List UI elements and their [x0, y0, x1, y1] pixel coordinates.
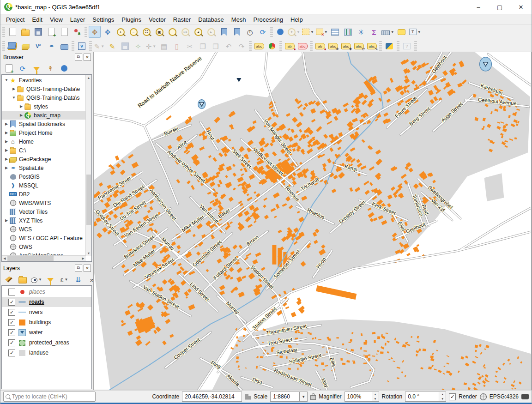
magnifier-spinner[interactable]: ▲▼ [372, 392, 379, 402]
add-group-button[interactable] [17, 273, 29, 285]
crs-globe-icon[interactable] [480, 393, 487, 400]
layer-row-water[interactable]: ✓water [2, 327, 91, 338]
add-feature-button[interactable]: ✧ [132, 40, 144, 52]
browser-item-spatial-bookmarks[interactable]: ▶Spatial Bookmarks [2, 120, 86, 128]
browser-item-home[interactable]: ▶⌂Home [2, 137, 86, 146]
browser-item-db2[interactable]: DB2DB2 [2, 190, 86, 199]
help-contents-button[interactable]: ? [401, 40, 413, 52]
highlight-pinned-labels-button[interactable]: ab● [284, 40, 296, 52]
select-features-dropdown-icon[interactable]: ▼ [310, 30, 314, 34]
minimize-button[interactable]: – [468, 0, 489, 14]
measure-button[interactable]: ▼ [381, 26, 395, 38]
rotation-input[interactable]: 0.0 ° [405, 392, 439, 402]
open-project-button[interactable] [19, 26, 31, 38]
browser-item-postgis[interactable]: PostGIS [2, 172, 86, 181]
show-unplaced-labels-button[interactable]: abc👁 [327, 40, 339, 52]
maximize-button[interactable]: ▢ [489, 0, 510, 14]
menu-vector[interactable]: Vector [145, 15, 169, 24]
new-print-layout-button[interactable] [45, 26, 57, 38]
locator-input[interactable]: Type to locate (Ctrl+K) [3, 392, 96, 402]
browser-item-project-home[interactable]: ▶Project Home [2, 128, 86, 137]
add-selected-layers-button[interactable] [3, 62, 15, 74]
modify-attributes-button[interactable]: ▤ [158, 40, 170, 52]
browser-item-favorites[interactable]: ▼★Favorites [2, 76, 86, 84]
menu-view[interactable]: View [46, 15, 66, 24]
style-manager-button[interactable] [71, 26, 83, 38]
browser-item-basic-map[interactable]: ▶Qbasic_map [2, 111, 86, 120]
cut-features-button[interactable]: ✂ [184, 40, 196, 52]
browser-item-qgis-training-data-e[interactable]: ▶QGIS-Training-Data\e [2, 84, 86, 93]
show-layout-manager-button[interactable] [58, 26, 70, 38]
browser-item-wfs-ogc-api-feature[interactable]: WFS / OGC API - Feature [2, 234, 86, 242]
browser-close-button[interactable]: ✕ [84, 54, 91, 61]
layer-checkbox-roads[interactable]: ✓ [8, 299, 15, 306]
manage-map-themes-dropdown-icon[interactable]: ▼ [38, 277, 42, 282]
open-layer-styling-button[interactable] [3, 273, 15, 285]
layer-row-rivers[interactable]: ✓rivers [2, 307, 91, 317]
expander-icon[interactable]: ▶ [4, 122, 9, 126]
scale-dropdown[interactable]: ▼ [300, 392, 308, 402]
browser-item-c-[interactable]: ▶C:\ [2, 146, 86, 155]
layer-checkbox-water[interactable]: ✓ [8, 329, 15, 336]
current-edits-button[interactable]: ✎▼ [93, 40, 105, 52]
browser-item-spatialite[interactable]: ▶✒SpatiaLite [2, 163, 86, 172]
measure-dropdown-icon[interactable]: ▼ [391, 30, 394, 34]
processing-toolbox-button[interactable]: ✳ [355, 26, 367, 38]
render-checkbox[interactable]: ✓ [449, 393, 456, 400]
layer-row-protected_areas[interactable]: ✓protected_areas [2, 338, 91, 348]
new-geopackage-layer-button[interactable] [19, 40, 31, 52]
expander-icon[interactable]: ▶ [18, 113, 24, 117]
pan-map-button[interactable]: ✥ [89, 26, 101, 38]
data-source-manager-button[interactable] [6, 40, 18, 52]
map-canvas[interactable]: Road to Marloth Nature ReserveGeelhoutKa… [93, 52, 532, 390]
filter-by-expression-button[interactable]: ε▼ [58, 273, 70, 285]
show-hide-labels-button[interactable]: ab● [314, 40, 326, 52]
browser-item-mssql[interactable]: ❱MSSQL [2, 181, 86, 190]
layer-labeling-button[interactable]: abc [253, 40, 265, 52]
expand-collapse-all-button[interactable]: ⇊ [72, 273, 84, 285]
menu-raster[interactable]: Raster [169, 15, 194, 24]
menu-help[interactable]: Help [287, 15, 307, 24]
zoom-full-button[interactable]: ⛶ [140, 26, 152, 38]
expander-icon[interactable]: ▼ [4, 78, 9, 82]
expander-icon[interactable]: ▶ [11, 87, 17, 91]
run-feature-action-button[interactable]: ✦▼ [287, 26, 301, 38]
magnifier-input[interactable]: 100% [345, 392, 372, 402]
deselect-features-dropdown-icon[interactable]: ▼ [324, 30, 328, 34]
scale-input[interactable]: 1:8860 [270, 392, 300, 402]
select-features-button[interactable]: ▼ [302, 26, 314, 38]
filter-browser-button[interactable] [30, 62, 42, 74]
new-project-button[interactable] [6, 26, 18, 38]
expander-icon[interactable]: ▶ [4, 218, 9, 223]
text-annotation-button[interactable]: T▼ [409, 26, 422, 38]
expander-icon[interactable]: ▶ [4, 148, 9, 152]
layer-checkbox-landuse[interactable]: ✓ [8, 350, 15, 356]
manage-map-themes-button[interactable]: ▼ [30, 273, 42, 285]
layer-checkbox-buildings[interactable]: ✓ [8, 319, 15, 326]
messages-icon[interactable] [521, 394, 529, 399]
extents-toggle-icon[interactable] [245, 394, 251, 400]
layer-row-buildings[interactable]: ✓buildings [2, 317, 91, 327]
field-calculator-button[interactable] [342, 26, 354, 38]
zoom-to-layer-button[interactable] [166, 26, 178, 38]
copy-features-button[interactable]: ❐ [197, 40, 209, 52]
filter-by-expression-dropdown-icon[interactable]: ▼ [64, 277, 68, 282]
menu-mesh[interactable]: Mesh [228, 15, 250, 24]
toggle-editing-button[interactable]: ✎ [106, 40, 118, 52]
zoom-next-button[interactable]: ▸ [205, 26, 217, 38]
filter-legend-button[interactable] [44, 273, 56, 285]
zoom-last-button[interactable]: ◂ [192, 26, 204, 38]
text-annotation-dropdown-icon[interactable]: ▼ [417, 30, 421, 34]
pan-to-selection-button[interactable]: ✥ [102, 26, 114, 38]
menu-layer[interactable]: Layer [66, 15, 89, 24]
move-label-button[interactable]: abc✚ [340, 40, 352, 52]
browser-item-styles[interactable]: ▶styles [2, 102, 86, 111]
layers-float-button[interactable]: ⧉ [75, 265, 82, 272]
refresh-map-button[interactable]: ⟳ [257, 26, 269, 38]
browser-item-geopackage[interactable]: ▶GeoPackage [2, 155, 86, 163]
map-tips-button[interactable] [396, 26, 408, 38]
zoom-to-selection-button[interactable]: ▣ [153, 26, 165, 38]
paste-features-button[interactable]: ❒ [210, 40, 222, 52]
deselect-features-button[interactable]: ▼ [315, 26, 328, 38]
open-attribute-table-button[interactable] [329, 26, 341, 38]
